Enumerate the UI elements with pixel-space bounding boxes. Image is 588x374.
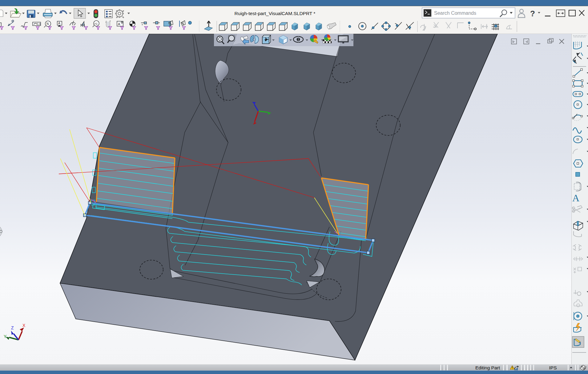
svg-text:Ruigh-test-part_VisualCAM.SLDP: Ruigh-test-part_VisualCAM.SLDPRT * <box>235 11 316 16</box>
svg-text:A1: A1 <box>94 22 98 25</box>
svg-text:Search Commands: Search Commands <box>434 10 476 16</box>
svg-text:Editing Part: Editing Part <box>475 365 500 370</box>
svg-text:Y: Y <box>4 334 7 339</box>
svg-text:Z: Z <box>11 325 14 330</box>
svg-text:N: N <box>46 22 49 26</box>
svg-text:!: ! <box>512 366 513 370</box>
svg-text:IPS: IPS <box>549 365 557 370</box>
svg-text:A: A <box>572 192 579 203</box>
svg-text:?: ? <box>530 9 535 18</box>
svg-text:0.3: 0.3 <box>37 22 41 26</box>
svg-text:X: X <box>22 323 26 328</box>
svg-text:A: A <box>58 22 60 25</box>
svg-text:A: A <box>118 22 120 26</box>
